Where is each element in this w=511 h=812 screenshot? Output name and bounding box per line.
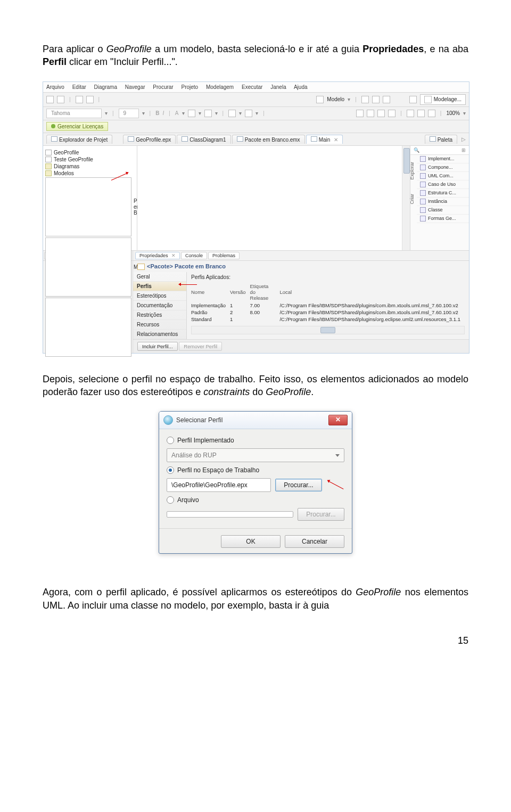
side-item-perfis[interactable]: Perfis xyxy=(133,282,186,291)
palette-item[interactable]: Instância xyxy=(417,198,469,206)
toolbar-icon[interactable] xyxy=(86,96,94,103)
menu-item[interactable]: Modelagem xyxy=(206,84,234,90)
close-icon[interactable]: ✕ xyxy=(334,137,338,143)
palette-item[interactable]: Implement... xyxy=(417,155,469,163)
toolbar-icon[interactable] xyxy=(245,110,252,117)
palette-item[interactable]: Caso de Uso xyxy=(417,181,469,189)
tree-item[interactable]: Main xyxy=(45,237,135,297)
tab-console[interactable]: Console xyxy=(181,252,207,259)
menu-item[interactable]: Navegar xyxy=(125,84,145,90)
workspace-path-input[interactable]: \GeoProfile\GeoProfile.epx xyxy=(167,478,271,492)
tab-propriedades[interactable]: Propriedades ✕ xyxy=(135,252,180,259)
ok-button[interactable]: OK xyxy=(221,535,281,548)
tree-item[interactable]: Teste GeoProfile xyxy=(45,156,135,163)
italic-button[interactable]: I xyxy=(162,110,164,116)
tab-pacote-em-branco[interactable]: Pacote em Branco.emx xyxy=(232,135,305,144)
cell-local: /C:/Program Files/IBM/SDPShared/plugins/… xyxy=(279,302,465,309)
tab-classdiagram[interactable]: ClassDiagram1 xyxy=(177,135,230,144)
palette-item[interactable]: Classe xyxy=(417,206,469,215)
menu-item[interactable]: Arquivo xyxy=(46,84,64,90)
perspective-switcher-icon[interactable] xyxy=(409,96,417,103)
side-item-geral[interactable]: Geral xyxy=(133,272,186,282)
menu-item[interactable]: Executar xyxy=(242,84,262,90)
tab-icon xyxy=(430,136,436,142)
menu-item[interactable]: Janela xyxy=(270,84,286,90)
cancelar-button[interactable]: Cancelar xyxy=(285,535,344,548)
tab-paleta[interactable]: Paleta xyxy=(425,135,457,144)
tree-item[interactable]: Diagramas xyxy=(45,163,135,170)
toolbar-icon[interactable] xyxy=(383,96,390,103)
palette-zoom-icon[interactable]: ⊞ xyxy=(461,147,466,153)
tree-item[interactable]: (UMLPrimitiveTypes) xyxy=(45,297,135,357)
palette-search-icon[interactable]: 🔍 xyxy=(414,147,419,153)
bold-button[interactable]: B xyxy=(155,110,159,116)
toolbar-icon[interactable] xyxy=(367,110,374,117)
toolbar-icon[interactable] xyxy=(407,110,414,117)
palette-item[interactable]: UML Com... xyxy=(417,172,469,181)
modelage-button[interactable]: Modelage... xyxy=(420,94,466,105)
modelo-button[interactable]: Modelo xyxy=(327,96,344,102)
table-row[interactable]: Implementação 1 7.00 /C:/Program Files/I… xyxy=(191,302,465,309)
table-row[interactable]: Standard 1 /C:/Program Files/IBM/SDPShar… xyxy=(191,316,465,323)
modelo-icon[interactable] xyxy=(316,96,324,103)
toolbar-icon[interactable] xyxy=(46,96,54,103)
incluir-perfil-button[interactable]: Incluir Perfil... xyxy=(137,342,178,351)
fill-color-button[interactable] xyxy=(188,110,195,117)
toolbar-icon[interactable] xyxy=(76,96,83,103)
radio-perfil-implementado[interactable] xyxy=(167,437,174,444)
scrollbar-horizontal[interactable] xyxy=(191,326,465,334)
palette-item[interactable]: Formas Ge... xyxy=(417,215,469,223)
tree-item[interactable]: GeoProfile xyxy=(45,149,135,156)
col-nome[interactable]: Nome xyxy=(191,282,230,302)
col-etiqueta[interactable]: Etiqueta do Release xyxy=(250,282,280,302)
font-combo[interactable]: Tahoma xyxy=(46,109,102,118)
side-item-relacionamentos[interactable]: Relacionamentos xyxy=(133,330,186,339)
menu-item[interactable]: Diagrama xyxy=(94,84,117,90)
menu-item[interactable]: Editar xyxy=(72,84,86,90)
folder-icon xyxy=(45,163,52,169)
line-color-button[interactable] xyxy=(204,110,212,117)
side-item-estereotipos[interactable]: Estereótipos xyxy=(133,291,186,301)
tab-main[interactable]: Main ✕ xyxy=(306,135,343,144)
menu-item[interactable]: Ajuda xyxy=(294,84,308,90)
toolbar-icon[interactable] xyxy=(428,110,435,117)
procurar-button-workspace[interactable]: Procurar... xyxy=(275,479,322,491)
tree-item[interactable]: Pacote em Branco xyxy=(45,177,135,237)
toolbar-icon[interactable] xyxy=(417,110,425,117)
arquivo-path-input[interactable] xyxy=(167,511,293,518)
side-item-restricoes[interactable]: Restrições xyxy=(133,310,186,320)
menu-item[interactable]: Projeto xyxy=(181,84,198,90)
scrollbar-thumb[interactable] xyxy=(320,327,335,333)
toolbar-icon[interactable] xyxy=(388,110,395,117)
zoom-value[interactable]: 100% xyxy=(446,110,460,116)
tab-geoprofile-epx[interactable]: GeoProfile.epx xyxy=(123,135,176,144)
col-local[interactable]: Local xyxy=(279,282,465,302)
toolbar-icon[interactable] xyxy=(361,96,369,103)
toolbar-icon[interactable] xyxy=(372,96,380,103)
scrollbar-vertical[interactable] xyxy=(402,146,410,250)
procurar-button-arquivo[interactable]: Procurar... xyxy=(298,508,344,521)
combo-analise-rup[interactable]: Análise do RUP xyxy=(167,448,344,462)
col-versao[interactable]: Versão xyxy=(230,282,250,302)
palette-item[interactable]: Compone... xyxy=(417,163,469,172)
close-icon[interactable]: ✕ xyxy=(171,253,176,258)
radio-arquivo[interactable] xyxy=(167,496,174,504)
diagram-canvas[interactable] xyxy=(137,146,410,250)
table-row[interactable]: Padrão 2 8.00 /C:/Program Files/IBM/SDPS… xyxy=(191,309,465,316)
toolbar-icon[interactable] xyxy=(228,110,236,117)
font-color-button[interactable]: A xyxy=(175,110,179,116)
toolbar-icon[interactable] xyxy=(377,110,385,117)
menu-item[interactable]: Procurar xyxy=(153,84,173,90)
side-item-documentacao[interactable]: Documentação xyxy=(133,301,186,310)
tab-problemas[interactable]: Problemas xyxy=(208,252,240,259)
close-button[interactable]: ✕ xyxy=(328,415,348,425)
palette-item[interactable]: Estrutura C... xyxy=(417,189,469,198)
toolbar-icon[interactable] xyxy=(57,96,64,103)
tab-explorador[interactable]: Explorador de Projet xyxy=(46,135,112,144)
toolbar-icon[interactable] xyxy=(356,110,364,117)
remover-perfil-button[interactable]: Remover Perfil xyxy=(179,342,222,351)
side-item-recursos[interactable]: Recursos xyxy=(133,320,186,330)
font-size[interactable]: 9 xyxy=(119,109,139,118)
gerenciar-licencas-button[interactable]: Gerenciar Licenças xyxy=(46,122,108,131)
radio-perfil-workspace[interactable] xyxy=(167,466,174,474)
